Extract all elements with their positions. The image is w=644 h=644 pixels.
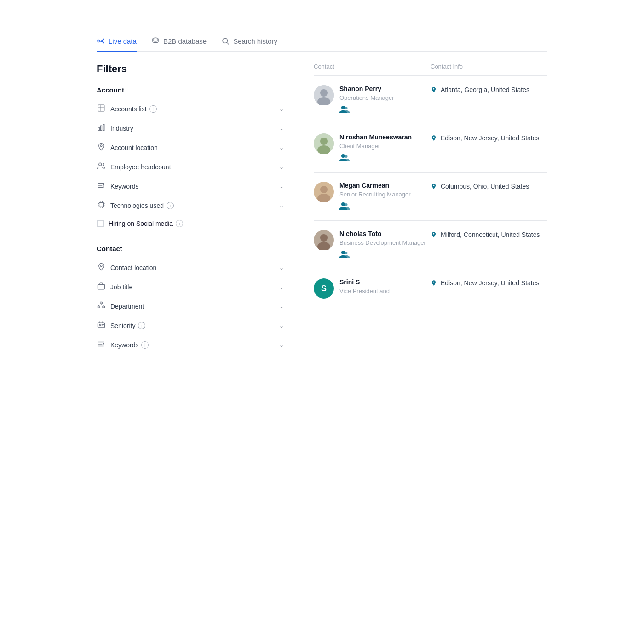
hiring-social-info[interactable]: i — [176, 220, 183, 227]
department-chevron: ⌄ — [279, 303, 284, 310]
contact-row-shanon-perry: Shanon Perry Operations Manager — [314, 76, 547, 124]
contact-location-chevron: ⌄ — [279, 264, 284, 271]
srini-location: Edison, New Jersey, United States — [441, 278, 540, 288]
industry-label: Industry — [110, 125, 133, 132]
col-contact-header: Contact — [314, 63, 431, 70]
svg-rect-26 — [98, 284, 105, 289]
keywords-contact-info[interactable]: i — [141, 341, 149, 349]
results-header: Contact Contact Info — [314, 63, 547, 76]
account-section-title: Account — [97, 86, 284, 94]
keywords-account-chevron: ⌄ — [279, 183, 284, 190]
keywords-account-label: Keywords — [110, 183, 138, 190]
location-icon-megan — [431, 182, 437, 190]
filter-hiring-social[interactable]: Hiring on Social media i — [97, 215, 284, 232]
contact-row-srini: S Srini S Vice President and Edison, New… — [314, 269, 547, 308]
contact-location-label: Contact location — [110, 264, 156, 271]
keywords-contact-icon — [97, 340, 106, 350]
col-contact-info-header: Contact Info — [431, 63, 547, 70]
keywords-icon — [97, 181, 106, 191]
filter-contact-location[interactable]: Contact location ⌄ — [97, 258, 284, 277]
table-icon — [97, 104, 106, 114]
svg-rect-30 — [103, 306, 105, 308]
svg-point-11 — [100, 145, 102, 147]
contact-section-title: Contact — [97, 245, 284, 253]
people-icon — [339, 106, 350, 113]
location-icon-srini — [431, 279, 437, 287]
keywords-contact-label: Keywords — [110, 341, 138, 349]
nicholas-location: Milford, Connecticut, United States — [441, 230, 540, 240]
svg-point-0 — [100, 40, 102, 42]
location-icon-shanon — [431, 86, 437, 94]
people-icon-nicholas — [339, 251, 350, 258]
nicholas-title: Business Development Manager — [339, 239, 426, 246]
shanon-perry-action[interactable] — [339, 106, 394, 115]
accounts-list-info[interactable]: i — [150, 105, 157, 113]
live-data-icon — [97, 37, 105, 45]
contact-row-niroshan: Niroshan Muneeswaran Client Manager — [314, 124, 547, 172]
tab-search-history-label: Search history — [233, 37, 277, 45]
hiring-social-checkbox[interactable] — [97, 220, 104, 227]
hiring-social-label: Hiring on Social media — [109, 220, 173, 227]
industry-icon — [97, 123, 106, 133]
tab-live-data-label: Live data — [109, 37, 137, 45]
contact-location-icon — [97, 263, 106, 273]
location-icon-niroshan — [431, 134, 437, 142]
filter-seniority[interactable]: Seniority i ⌄ — [97, 316, 284, 335]
tab-live-data[interactable]: Live data — [97, 37, 137, 52]
tabs-bar: Live data B2B database Search history — [97, 37, 547, 52]
filter-industry[interactable]: Industry ⌄ — [97, 119, 284, 138]
department-label: Department — [110, 303, 144, 310]
contact-row-megan: Megan Carmean Senior Recruiting Manager — [314, 172, 547, 221]
svg-rect-16 — [99, 203, 104, 207]
filter-keywords-contact[interactable]: Keywords i ⌄ — [97, 335, 284, 355]
svg-rect-8 — [98, 127, 99, 131]
filter-job-title[interactable]: Job title ⌄ — [97, 277, 284, 297]
location-icon — [97, 143, 106, 153]
technologies-chevron: ⌄ — [279, 202, 284, 209]
filter-accounts-list[interactable]: Accounts list i ⌄ — [97, 99, 284, 119]
svg-rect-35 — [98, 323, 105, 328]
avatar-shanon-perry — [314, 85, 334, 105]
seniority-chevron: ⌄ — [279, 322, 284, 329]
megan-name: Megan Carmean — [339, 182, 411, 189]
seniority-label: Seniority — [110, 322, 135, 329]
department-icon — [97, 301, 106, 311]
filter-employee-headcount[interactable]: Employee headcount ⌄ — [97, 157, 284, 177]
people-icon-niroshan — [339, 154, 350, 161]
shanon-perry-name: Shanon Perry — [339, 85, 394, 92]
technologies-info[interactable]: i — [167, 202, 174, 209]
avatar-megan — [314, 182, 334, 202]
headcount-icon — [97, 162, 106, 172]
nicholas-name: Nicholas Toto — [339, 230, 426, 237]
avatar-nicholas — [314, 230, 334, 250]
filter-keywords-account[interactable]: Keywords ⌄ — [97, 177, 284, 196]
srini-name: Srini S — [339, 278, 390, 286]
account-location-label: Account location — [110, 144, 158, 151]
svg-line-3 — [227, 42, 229, 44]
megan-action[interactable] — [339, 202, 411, 211]
filter-account-location[interactable]: Account location ⌄ — [97, 138, 284, 157]
tab-search-history[interactable]: Search history — [221, 37, 277, 52]
technologies-label: Technologies used — [110, 202, 164, 209]
tab-b2b-database[interactable]: B2B database — [151, 37, 207, 52]
shanon-perry-title: Operations Manager — [339, 94, 394, 101]
nicholas-action[interactable] — [339, 251, 426, 259]
svg-point-52 — [320, 234, 328, 242]
svg-point-12 — [99, 163, 102, 166]
job-title-label: Job title — [110, 283, 132, 291]
niroshan-name: Niroshan Muneeswaran — [339, 133, 412, 141]
tab-b2b-label: B2B database — [163, 37, 207, 45]
niroshan-title: Client Manager — [339, 143, 412, 150]
avatar-srini: S — [314, 278, 334, 299]
svg-point-49 — [320, 186, 328, 193]
results-panel: Contact Contact Info S — [299, 63, 547, 355]
niroshan-action[interactable] — [339, 154, 412, 163]
page-wrapper: Live data B2B database Search history — [69, 0, 575, 373]
filters-panel: Filters Account Accounts list — [97, 63, 299, 355]
filter-technologies[interactable]: Technologies used i ⌄ — [97, 196, 284, 215]
filter-department[interactable]: Department ⌄ — [97, 297, 284, 316]
megan-title: Senior Recruiting Manager — [339, 191, 411, 198]
seniority-info[interactable]: i — [138, 322, 145, 329]
briefcase-icon — [97, 282, 106, 292]
svg-rect-4 — [98, 105, 104, 111]
